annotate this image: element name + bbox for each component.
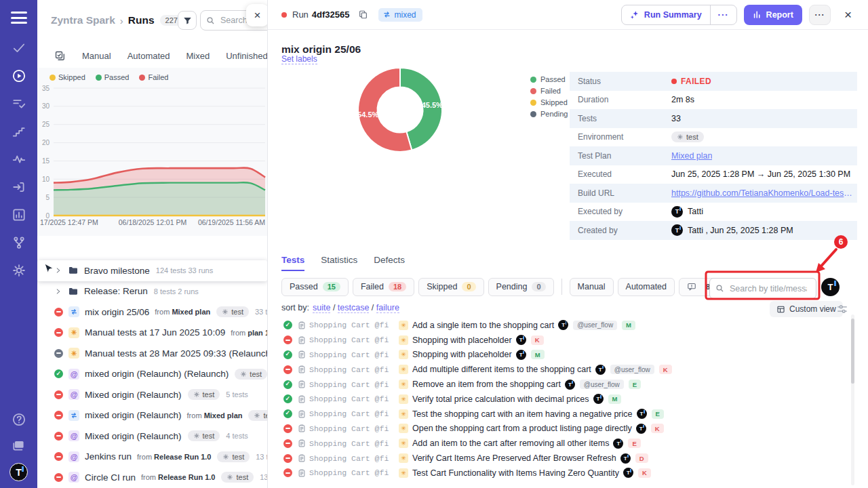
detail-value: test [671, 131, 704, 142]
detail-label: Executed by [570, 207, 671, 216]
workspace-name[interactable]: Zyntra Spark [51, 14, 115, 26]
test-row[interactable]: Shopping Cart @first…✳Shopping with plac… [268, 348, 868, 363]
filter-chip-automated[interactable]: Automated [618, 278, 675, 296]
run-row[interactable]: mixed origin (Relaunch)from Mixed plante… [37, 405, 267, 426]
detail-row-executed-by: Executed byTTatti [570, 203, 857, 222]
chevron-right-icon[interactable] [54, 287, 62, 296]
set-labels-link[interactable]: Set labels [281, 54, 317, 64]
run-summary-more-button[interactable]: ··· [710, 5, 736, 24]
sidebar-item-settings[interactable] [11, 262, 27, 279]
user-avatar[interactable]: T [9, 463, 28, 481]
test-title[interactable]: Test Cart Functionality with Items Havin… [412, 468, 619, 478]
sidebar-item-integrations[interactable] [11, 235, 27, 251]
test-row[interactable]: Shopping Cart @first…✳Verify total price… [268, 392, 868, 407]
test-letter-chip: M [608, 394, 622, 404]
runs-tab-automated[interactable]: Automated [127, 51, 170, 61]
scrollbar-thumb[interactable] [851, 319, 854, 384]
assignee-avatar: T [595, 365, 606, 375]
filter-chip-manual[interactable]: Manual [570, 278, 614, 296]
milestone-row[interactable]: Bravo milestone124 tests 33 runs [37, 260, 267, 281]
sort-by-testcase[interactable]: testcase [338, 303, 370, 313]
run-row[interactable]: @Mixed origin (Relaunch)test4 tests [37, 426, 267, 447]
run-row[interactable]: ✳Manual tests at 28 Mar 2025 09:33 (Rela… [37, 343, 267, 364]
run-summary-button[interactable]: Run Summary [622, 5, 710, 24]
sidebar-item-test-cases[interactable] [11, 40, 27, 56]
test-row[interactable]: Shopping Cart @first…✳Test Cart Function… [268, 466, 868, 481]
sidebar-item-dashboards[interactable] [11, 207, 27, 223]
filter-button[interactable] [178, 11, 197, 30]
test-title[interactable]: Add an item to the cart after removing a… [412, 439, 609, 448]
test-row[interactable]: Shopping Cart @first…✳Verify Cart Items … [268, 451, 868, 466]
test-title[interactable]: Add multiple different items to the shop… [412, 365, 591, 374]
test-title[interactable]: Remove an item from the shopping cart [412, 380, 561, 389]
gear-icon [254, 412, 260, 419]
runs-tab-manual[interactable]: Manual [82, 51, 111, 61]
test-title[interactable]: Open the shopping cart from a product li… [412, 424, 632, 433]
run-type-chip[interactable]: mixed [378, 8, 422, 22]
detail-link[interactable]: Mixed plan [671, 151, 712, 161]
close-icon[interactable]: × [246, 4, 268, 26]
test-status-failed-icon [283, 468, 292, 477]
run-row[interactable]: mix origin 25/06from Mixed plantest33 te… [37, 302, 267, 323]
close-run-icon[interactable]: × [840, 7, 856, 22]
test-title[interactable]: Test the shopping cart with an item havi… [412, 409, 633, 419]
legend-dot [96, 75, 102, 81]
sidebar-item-test-suites[interactable] [11, 96, 27, 112]
filter-chip-pending[interactable]: Pending0 [488, 278, 554, 296]
run-row[interactable]: @Mixed origin (Relaunch)test5 tests [37, 384, 267, 405]
select-all-icon[interactable] [54, 50, 66, 62]
run-row[interactable]: ✳Manual tests at 17 Jun 2025 10:09from p… [37, 323, 267, 344]
filter-chip-passed[interactable]: Passed15 [281, 278, 349, 296]
filter-chip-failed[interactable]: Failed18 [353, 278, 414, 296]
sort-by-suite[interactable]: suite [313, 303, 330, 313]
sidebar-item-launchers[interactable] [11, 179, 27, 195]
sidebar-item-test-runs[interactable] [11, 68, 27, 84]
milestone-row[interactable]: Release: Rerun8 tests 2 runs [37, 281, 267, 302]
menu-icon[interactable] [11, 12, 27, 24]
test-row[interactable]: Shopping Cart @first…✳Add a single item … [268, 318, 868, 333]
testcase-icon [297, 409, 307, 419]
test-row[interactable]: Shopping Cart @first…✳Add multiple diffe… [268, 362, 868, 377]
runs-tab-unfinished[interactable]: Unfinished [226, 51, 267, 61]
sort-by-failure[interactable]: failure [376, 303, 399, 313]
test-row[interactable]: Shopping Cart @first…✳Test the shopping … [268, 407, 868, 422]
sidebar-item-projects[interactable] [11, 437, 27, 453]
test-title[interactable]: Add a single item to the shopping cart [412, 321, 554, 330]
test-title[interactable]: Shopping with placeholder [412, 336, 512, 345]
run-row[interactable]: @Jenkins runfrom Release Run 1.0test13 t… [37, 447, 267, 468]
runs-tab-mixed[interactable]: Mixed [186, 51, 210, 61]
view-settings-icon[interactable] [836, 303, 848, 315]
custom-view-button[interactable]: Custom view [770, 301, 843, 317]
mixed-icon [382, 10, 391, 19]
run-row[interactable]: @mixed origin (Relaunch) (Relaunch)test [37, 364, 267, 385]
user-avatar[interactable]: T [821, 278, 840, 296]
filter-chip-skipped[interactable]: Skipped0 [418, 278, 484, 296]
chevron-right-icon[interactable] [54, 266, 62, 274]
test-title[interactable]: Verify total price calculation with deci… [412, 394, 589, 404]
run-row[interactable]: @Circle CI runfrom Release Run 1.0test13… [37, 467, 267, 488]
test-row[interactable]: Shopping Cart @first…✳Add an item to the… [268, 436, 868, 451]
test-row[interactable]: Shopping Cart @first…✳Remove an item fro… [268, 377, 868, 392]
tab-statistics[interactable]: Statistics [321, 255, 357, 271]
sidebar-item-help[interactable] [11, 411, 27, 428]
test-title[interactable]: Verify Cart Items Are Preserved After Br… [412, 453, 616, 463]
report-button[interactable]: Report [744, 5, 802, 25]
svg-text:5: 5 [45, 194, 50, 201]
tab-tests[interactable]: Tests [281, 255, 304, 271]
copy-icon[interactable] [358, 9, 369, 20]
more-actions-button[interactable]: ··· [809, 5, 831, 25]
test-row[interactable]: Shopping Cart @first…✳Shopping with plac… [268, 333, 868, 348]
testcase-icon [297, 468, 307, 478]
tab-defects[interactable]: Defects [374, 255, 405, 271]
test-title[interactable]: Shopping with placeholder [412, 350, 512, 359]
tests-search-input[interactable] [728, 283, 808, 294]
sidebar-item-milestones[interactable] [11, 123, 27, 140]
sidebar-item-activity[interactable] [11, 151, 27, 167]
annotation-arrowhead [816, 263, 825, 272]
test-suite: Shopping Cart @first… [309, 380, 389, 389]
test-status-failed-icon [283, 439, 292, 448]
test-row[interactable]: Shopping Cart @first…✳Open the shopping … [268, 422, 868, 436]
detail-link[interactable]: https://github.com/TetianaKhomenko/Load-… [671, 188, 853, 198]
mouse-cursor-icon [43, 263, 54, 275]
detail-text: Jun 25, 2025 1:28 PM → Jun 25, 2025 1:30… [671, 169, 850, 179]
